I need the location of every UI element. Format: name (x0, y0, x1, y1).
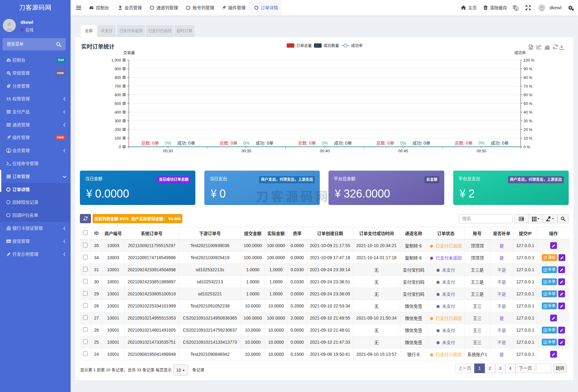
svg-text:0%: 0% (165, 141, 171, 146)
svg-text:200 单: 200 单 (115, 128, 126, 132)
svg-text:0%: 0% (243, 141, 250, 146)
svg-text:600 单: 600 单 (115, 93, 126, 97)
svg-text:0 %: 0 % (524, 145, 530, 149)
svg-text:成功: 0单: 成功: 0单 (412, 141, 430, 146)
svg-text:订单总量: 订单总量 (296, 44, 312, 48)
svg-text:00:30: 00:30 (163, 149, 173, 153)
svg-text:成功: 0单: 成功: 0单 (256, 141, 274, 146)
svg-text:00:35: 00:35 (241, 149, 251, 153)
svg-text:总数: 0单: 总数: 0单 (141, 141, 159, 146)
svg-text:70 %: 70 % (524, 84, 532, 89)
svg-text:总数: 0单: 总数: 0单 (376, 141, 394, 146)
svg-text:800 单: 800 单 (115, 76, 126, 80)
svg-text:100 单: 100 单 (115, 136, 126, 141)
svg-text:900 单: 900 单 (115, 67, 126, 71)
svg-text:00:45: 00:45 (398, 149, 408, 153)
svg-text:40 %: 40 % (524, 110, 532, 115)
svg-text:总数: 0单: 总数: 0单 (298, 141, 316, 146)
svg-text:1,000 单: 1,000 单 (111, 58, 126, 63)
svg-text:0 单: 0 单 (119, 145, 126, 149)
svg-text:交易量: 交易量 (123, 50, 135, 55)
svg-text:VISA: VISA (7, 241, 11, 242)
svg-text:00:40: 00:40 (320, 149, 329, 153)
svg-text:20 %: 20 % (524, 128, 532, 132)
svg-text:成功: 0单: 成功: 0单 (177, 141, 195, 146)
svg-text:80 %: 80 % (524, 76, 532, 80)
svg-text:总数: 0单: 总数: 0单 (219, 141, 237, 146)
svg-text:30 %: 30 % (524, 119, 532, 123)
svg-text:0%: 0% (400, 141, 406, 146)
svg-text:成功: 0单: 成功: 0单 (334, 141, 352, 146)
svg-text:A: A (515, 8, 517, 11)
svg-text:90 %: 90 % (524, 67, 532, 71)
svg-text:总数: 0单: 总数: 0单 (455, 141, 473, 146)
svg-text:10 %: 10 % (524, 136, 532, 141)
svg-text:50 %: 50 % (524, 102, 532, 106)
svg-text:500 单: 500 单 (115, 102, 126, 106)
svg-text:成功数量: 成功数量 (324, 43, 339, 48)
svg-text:0%: 0% (322, 141, 328, 146)
svg-text:100 %: 100 % (524, 58, 534, 63)
svg-text:成功: 0单: 成功: 0单 (491, 141, 509, 146)
svg-text:60 %: 60 % (524, 93, 532, 97)
svg-text:300 单: 300 单 (115, 119, 126, 123)
svg-text:400 单: 400 单 (115, 110, 126, 115)
svg-text:成功率: 成功率 (351, 43, 363, 48)
svg-text:成功率: 成功率 (514, 50, 526, 55)
svg-text:0%: 0% (478, 141, 485, 146)
svg-text:700 单: 700 单 (115, 84, 126, 89)
svg-text:00:50: 00:50 (477, 149, 486, 153)
